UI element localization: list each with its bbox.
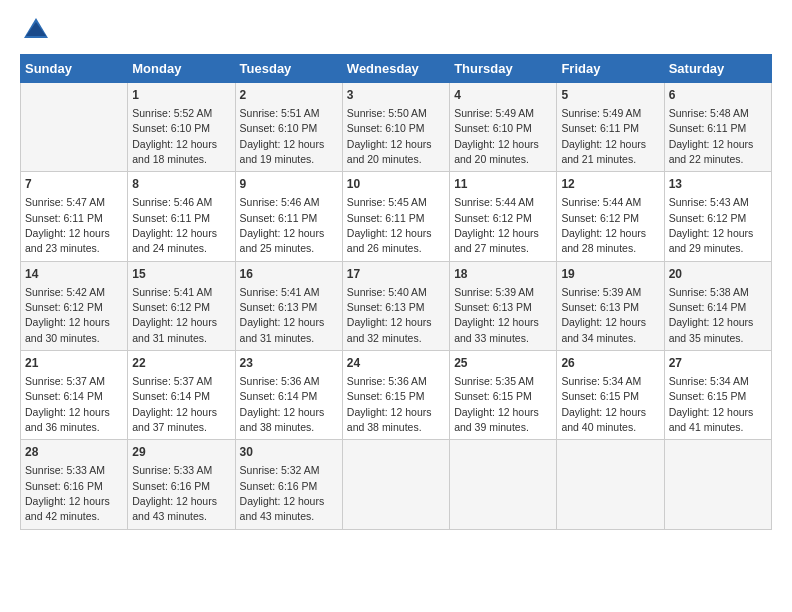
day-info: Sunrise: 5:32 AM Sunset: 6:16 PM Dayligh… [240, 464, 325, 522]
column-header-saturday: Saturday [664, 55, 771, 83]
column-header-monday: Monday [128, 55, 235, 83]
day-info: Sunrise: 5:41 AM Sunset: 6:13 PM Dayligh… [240, 286, 325, 344]
day-number: 24 [347, 355, 445, 372]
day-number: 3 [347, 87, 445, 104]
day-number: 8 [132, 176, 230, 193]
day-number: 19 [561, 266, 659, 283]
day-info: Sunrise: 5:47 AM Sunset: 6:11 PM Dayligh… [25, 196, 110, 254]
day-number: 29 [132, 444, 230, 461]
day-info: Sunrise: 5:48 AM Sunset: 6:11 PM Dayligh… [669, 107, 754, 165]
calendar-body: 1Sunrise: 5:52 AM Sunset: 6:10 PM Daylig… [21, 83, 772, 530]
svg-marker-1 [26, 22, 46, 36]
day-info: Sunrise: 5:44 AM Sunset: 6:12 PM Dayligh… [454, 196, 539, 254]
week-row-2: 7Sunrise: 5:47 AM Sunset: 6:11 PM Daylig… [21, 172, 772, 261]
day-info: Sunrise: 5:34 AM Sunset: 6:15 PM Dayligh… [561, 375, 646, 433]
day-number: 12 [561, 176, 659, 193]
day-number: 15 [132, 266, 230, 283]
calendar-cell: 4Sunrise: 5:49 AM Sunset: 6:10 PM Daylig… [450, 83, 557, 172]
week-row-1: 1Sunrise: 5:52 AM Sunset: 6:10 PM Daylig… [21, 83, 772, 172]
day-info: Sunrise: 5:43 AM Sunset: 6:12 PM Dayligh… [669, 196, 754, 254]
calendar-cell: 5Sunrise: 5:49 AM Sunset: 6:11 PM Daylig… [557, 83, 664, 172]
day-info: Sunrise: 5:42 AM Sunset: 6:12 PM Dayligh… [25, 286, 110, 344]
calendar-header: SundayMondayTuesdayWednesdayThursdayFrid… [21, 55, 772, 83]
column-header-wednesday: Wednesday [342, 55, 449, 83]
week-row-3: 14Sunrise: 5:42 AM Sunset: 6:12 PM Dayli… [21, 261, 772, 350]
calendar-cell: 11Sunrise: 5:44 AM Sunset: 6:12 PM Dayli… [450, 172, 557, 261]
day-number: 13 [669, 176, 767, 193]
calendar-cell [557, 440, 664, 529]
day-number: 30 [240, 444, 338, 461]
day-info: Sunrise: 5:51 AM Sunset: 6:10 PM Dayligh… [240, 107, 325, 165]
calendar-cell: 8Sunrise: 5:46 AM Sunset: 6:11 PM Daylig… [128, 172, 235, 261]
day-number: 4 [454, 87, 552, 104]
day-info: Sunrise: 5:46 AM Sunset: 6:11 PM Dayligh… [240, 196, 325, 254]
day-info: Sunrise: 5:49 AM Sunset: 6:11 PM Dayligh… [561, 107, 646, 165]
calendar-cell: 10Sunrise: 5:45 AM Sunset: 6:11 PM Dayli… [342, 172, 449, 261]
calendar-cell: 14Sunrise: 5:42 AM Sunset: 6:12 PM Dayli… [21, 261, 128, 350]
calendar-cell: 18Sunrise: 5:39 AM Sunset: 6:13 PM Dayli… [450, 261, 557, 350]
calendar-cell: 9Sunrise: 5:46 AM Sunset: 6:11 PM Daylig… [235, 172, 342, 261]
day-info: Sunrise: 5:45 AM Sunset: 6:11 PM Dayligh… [347, 196, 432, 254]
calendar-cell: 29Sunrise: 5:33 AM Sunset: 6:16 PM Dayli… [128, 440, 235, 529]
day-info: Sunrise: 5:36 AM Sunset: 6:14 PM Dayligh… [240, 375, 325, 433]
day-info: Sunrise: 5:37 AM Sunset: 6:14 PM Dayligh… [25, 375, 110, 433]
day-number: 5 [561, 87, 659, 104]
logo [20, 16, 50, 44]
calendar-cell: 6Sunrise: 5:48 AM Sunset: 6:11 PM Daylig… [664, 83, 771, 172]
day-number: 27 [669, 355, 767, 372]
calendar-cell: 24Sunrise: 5:36 AM Sunset: 6:15 PM Dayli… [342, 351, 449, 440]
day-info: Sunrise: 5:33 AM Sunset: 6:16 PM Dayligh… [25, 464, 110, 522]
day-info: Sunrise: 5:39 AM Sunset: 6:13 PM Dayligh… [454, 286, 539, 344]
calendar-cell [450, 440, 557, 529]
week-row-4: 21Sunrise: 5:37 AM Sunset: 6:14 PM Dayli… [21, 351, 772, 440]
calendar-cell: 2Sunrise: 5:51 AM Sunset: 6:10 PM Daylig… [235, 83, 342, 172]
calendar-cell: 19Sunrise: 5:39 AM Sunset: 6:13 PM Dayli… [557, 261, 664, 350]
day-info: Sunrise: 5:34 AM Sunset: 6:15 PM Dayligh… [669, 375, 754, 433]
calendar-cell: 21Sunrise: 5:37 AM Sunset: 6:14 PM Dayli… [21, 351, 128, 440]
day-info: Sunrise: 5:46 AM Sunset: 6:11 PM Dayligh… [132, 196, 217, 254]
day-info: Sunrise: 5:44 AM Sunset: 6:12 PM Dayligh… [561, 196, 646, 254]
calendar-cell: 26Sunrise: 5:34 AM Sunset: 6:15 PM Dayli… [557, 351, 664, 440]
day-number: 20 [669, 266, 767, 283]
day-info: Sunrise: 5:50 AM Sunset: 6:10 PM Dayligh… [347, 107, 432, 165]
day-info: Sunrise: 5:41 AM Sunset: 6:12 PM Dayligh… [132, 286, 217, 344]
day-info: Sunrise: 5:37 AM Sunset: 6:14 PM Dayligh… [132, 375, 217, 433]
day-number: 2 [240, 87, 338, 104]
week-row-5: 28Sunrise: 5:33 AM Sunset: 6:16 PM Dayli… [21, 440, 772, 529]
day-info: Sunrise: 5:49 AM Sunset: 6:10 PM Dayligh… [454, 107, 539, 165]
day-number: 16 [240, 266, 338, 283]
day-number: 25 [454, 355, 552, 372]
day-info: Sunrise: 5:38 AM Sunset: 6:14 PM Dayligh… [669, 286, 754, 344]
day-info: Sunrise: 5:33 AM Sunset: 6:16 PM Dayligh… [132, 464, 217, 522]
calendar-cell [342, 440, 449, 529]
day-number: 9 [240, 176, 338, 193]
day-number: 23 [240, 355, 338, 372]
day-number: 6 [669, 87, 767, 104]
logo-icon [22, 16, 50, 44]
calendar-cell: 7Sunrise: 5:47 AM Sunset: 6:11 PM Daylig… [21, 172, 128, 261]
day-number: 10 [347, 176, 445, 193]
column-header-thursday: Thursday [450, 55, 557, 83]
calendar-cell: 20Sunrise: 5:38 AM Sunset: 6:14 PM Dayli… [664, 261, 771, 350]
column-header-sunday: Sunday [21, 55, 128, 83]
day-info: Sunrise: 5:52 AM Sunset: 6:10 PM Dayligh… [132, 107, 217, 165]
calendar-cell: 28Sunrise: 5:33 AM Sunset: 6:16 PM Dayli… [21, 440, 128, 529]
page-header [20, 16, 772, 44]
day-number: 21 [25, 355, 123, 372]
day-number: 28 [25, 444, 123, 461]
calendar-table: SundayMondayTuesdayWednesdayThursdayFrid… [20, 54, 772, 530]
day-number: 7 [25, 176, 123, 193]
calendar-cell: 22Sunrise: 5:37 AM Sunset: 6:14 PM Dayli… [128, 351, 235, 440]
day-number: 1 [132, 87, 230, 104]
column-header-tuesday: Tuesday [235, 55, 342, 83]
calendar-cell: 25Sunrise: 5:35 AM Sunset: 6:15 PM Dayli… [450, 351, 557, 440]
calendar-cell: 15Sunrise: 5:41 AM Sunset: 6:12 PM Dayli… [128, 261, 235, 350]
column-header-friday: Friday [557, 55, 664, 83]
calendar-cell: 1Sunrise: 5:52 AM Sunset: 6:10 PM Daylig… [128, 83, 235, 172]
calendar-cell: 13Sunrise: 5:43 AM Sunset: 6:12 PM Dayli… [664, 172, 771, 261]
calendar-cell: 30Sunrise: 5:32 AM Sunset: 6:16 PM Dayli… [235, 440, 342, 529]
day-number: 17 [347, 266, 445, 283]
day-info: Sunrise: 5:40 AM Sunset: 6:13 PM Dayligh… [347, 286, 432, 344]
day-info: Sunrise: 5:36 AM Sunset: 6:15 PM Dayligh… [347, 375, 432, 433]
calendar-cell: 12Sunrise: 5:44 AM Sunset: 6:12 PM Dayli… [557, 172, 664, 261]
